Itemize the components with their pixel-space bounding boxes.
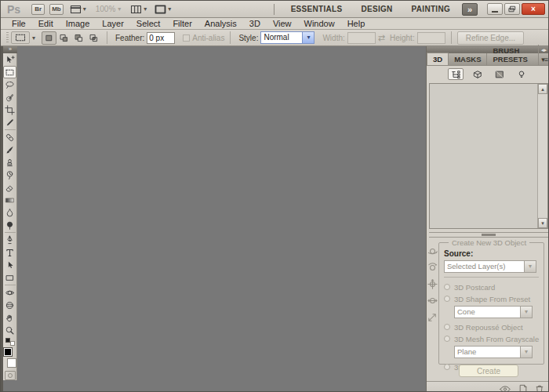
tool-dodge[interactable] xyxy=(3,219,16,231)
scene-filter-button[interactable] xyxy=(448,68,464,80)
quick-mask-mode-button[interactable] xyxy=(5,371,16,380)
restore-button[interactable] xyxy=(504,3,520,15)
close-button[interactable]: × xyxy=(522,3,545,15)
screen-mode-button[interactable]: ▾ xyxy=(153,3,173,16)
option-3d-postcard[interactable]: 3D Postcard xyxy=(444,281,539,292)
option-3d-repousse-object[interactable]: 3D Repoussé Object xyxy=(444,321,539,332)
tool-spot-healing-brush[interactable] xyxy=(3,131,16,143)
tool-eyedropper[interactable] xyxy=(3,116,16,129)
refine-edge-button[interactable]: Refine Edge... xyxy=(457,31,524,45)
source-dropdown[interactable]: Selected Layer(s) ▾ xyxy=(444,260,536,273)
panel-menu-button[interactable]: ▾≡ xyxy=(541,56,547,64)
swap-dimensions-icon[interactable]: ⇄ xyxy=(378,33,385,43)
tool-eraser[interactable] xyxy=(3,181,16,194)
tab-masks[interactable]: MASKS xyxy=(449,53,487,65)
menu-select[interactable]: Select xyxy=(130,19,167,28)
background-color-swatch[interactable] xyxy=(7,358,16,368)
foreground-color-swatch[interactable] xyxy=(3,347,13,357)
menu-analysis[interactable]: Analysis xyxy=(198,19,243,28)
tool-history-brush[interactable] xyxy=(3,169,16,181)
divider xyxy=(5,285,16,285)
tool-rectangular-marquee[interactable] xyxy=(3,66,16,78)
tab-3d[interactable]: 3D xyxy=(427,53,449,65)
grayscale-mesh-dropdown[interactable]: Plane ▾ xyxy=(454,346,533,358)
tool-blur[interactable] xyxy=(3,206,16,219)
3d-object-slide-icon[interactable] xyxy=(427,295,438,307)
workspace-essentials[interactable]: ESSENTIALS xyxy=(284,5,350,13)
menu-view[interactable]: View xyxy=(267,19,298,28)
3d-object-roll-icon[interactable] xyxy=(427,262,438,274)
tool-crop[interactable] xyxy=(3,103,16,116)
tool-type[interactable] xyxy=(3,246,16,259)
document-canvas-area[interactable] xyxy=(17,46,426,392)
scroll-up-button[interactable]: ▴ xyxy=(538,84,547,94)
collapse-to-icons-button[interactable]: ◂▸ xyxy=(541,47,547,53)
panel-splitter[interactable] xyxy=(429,232,548,238)
delete-icon[interactable] xyxy=(535,384,544,392)
tool-3d-rotate[interactable] xyxy=(3,286,16,299)
menu-help[interactable]: Help xyxy=(341,19,372,28)
lights-filter-button[interactable] xyxy=(514,68,529,80)
tool-lasso[interactable] xyxy=(3,78,16,91)
tool-zoom[interactable] xyxy=(3,324,16,336)
style-dropdown[interactable]: Normal ▾ xyxy=(260,31,314,44)
view-extras-button[interactable]: ▾ xyxy=(129,3,148,16)
intersect-selection-button[interactable] xyxy=(86,31,101,45)
tool-path-selection[interactable] xyxy=(3,259,16,271)
tool-preset-picker[interactable] xyxy=(11,31,30,44)
tool-clone-stamp[interactable] xyxy=(3,156,16,169)
height-input[interactable] xyxy=(417,32,445,44)
scrollbar[interactable]: ▴ ▾ xyxy=(537,84,547,228)
arrange-documents-button[interactable]: ▾ xyxy=(68,3,88,16)
selection-arrow-icon xyxy=(5,260,15,270)
tool-gradient[interactable] xyxy=(3,194,16,206)
menu-edit[interactable]: Edit xyxy=(32,19,60,28)
option-3d-shape-from-preset[interactable]: 3D Shape From Preset xyxy=(444,293,539,304)
launch-bridge-button[interactable]: Br xyxy=(31,4,45,15)
workspace-overflow-button[interactable]: » xyxy=(462,3,478,16)
tool-move[interactable] xyxy=(3,53,16,66)
create-new-3d-object-group: Create New 3D Object Source: Selected La… xyxy=(438,242,544,365)
3d-object-scale-icon[interactable] xyxy=(427,311,438,323)
subtract-from-selection-button[interactable] xyxy=(71,31,86,45)
drag-grip[interactable] xyxy=(6,32,9,43)
chevron-down-icon: ▾ xyxy=(83,5,86,13)
feather-input[interactable] xyxy=(147,32,175,44)
launch-mini-bridge-button[interactable]: Mb xyxy=(49,4,64,15)
menu-filter[interactable]: Filter xyxy=(166,19,198,28)
gradient-icon xyxy=(5,195,15,205)
width-input[interactable] xyxy=(347,32,376,44)
menu-file[interactable]: File xyxy=(5,19,32,28)
3d-scene-list[interactable]: ▴ ▾ xyxy=(429,83,548,229)
new-item-icon[interactable] xyxy=(518,384,528,392)
toolbar-collapse-button[interactable]: » xyxy=(3,46,17,53)
workspace-painting[interactable]: PAINTING xyxy=(405,5,457,13)
tool-brush[interactable] xyxy=(3,143,16,156)
tool-quick-selection[interactable] xyxy=(3,91,16,103)
3d-object-rotate-icon[interactable] xyxy=(427,245,438,257)
toggle-visibility-icon[interactable] xyxy=(499,385,511,392)
tab-brush-presets[interactable]: BRUSH PRESETS xyxy=(487,45,539,65)
menu-layer[interactable]: Layer xyxy=(96,19,130,28)
tool-rectangle[interactable] xyxy=(3,271,16,284)
tool-hand[interactable] xyxy=(3,311,16,324)
tool-pen[interactable] xyxy=(3,234,16,246)
shape-preset-dropdown[interactable]: Cone ▾ xyxy=(454,306,533,318)
tool-3d-orbit[interactable] xyxy=(3,299,16,311)
menu-3d[interactable]: 3D xyxy=(243,19,267,28)
option-3d-mesh-from-grayscale[interactable]: 3D Mesh From Grayscale xyxy=(444,333,539,344)
create-button[interactable]: Create xyxy=(459,365,518,377)
menu-image[interactable]: Image xyxy=(60,19,96,28)
quick-selection-icon xyxy=(5,93,15,103)
menu-window[interactable]: Window xyxy=(298,19,341,28)
workspace-design[interactable]: DESIGN xyxy=(354,5,399,13)
minimize-button[interactable] xyxy=(487,3,503,15)
scroll-down-button[interactable]: ▾ xyxy=(538,218,547,228)
new-selection-button[interactable] xyxy=(42,31,56,45)
meshes-filter-button[interactable] xyxy=(470,68,485,80)
materials-filter-button[interactable] xyxy=(492,68,507,80)
default-colors-control[interactable] xyxy=(5,338,15,346)
add-to-selection-button[interactable] xyxy=(56,31,71,45)
3d-object-pan-icon[interactable] xyxy=(427,278,438,290)
zoom-level-control[interactable]: 100% ▾ xyxy=(96,5,122,13)
